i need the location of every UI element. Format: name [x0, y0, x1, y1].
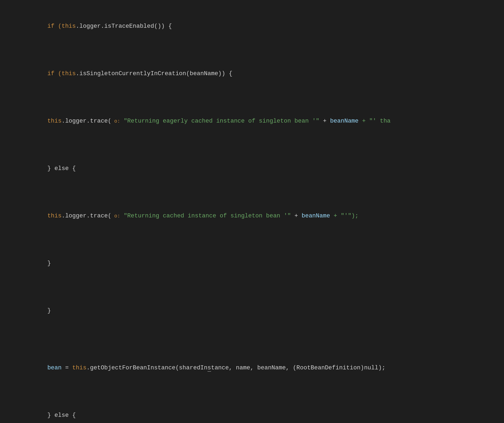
line-content: bean = this.getObjectForBeanInstance(sha…: [16, 344, 504, 392]
line-content: }: [16, 287, 504, 335]
code-line: bean = this.getObjectForBeanInstance(sha…: [0, 344, 504, 392]
line-content: }: [16, 240, 504, 287]
line-content: if (this.isSingletonCurrentlyInCreation(…: [16, 50, 504, 98]
code-line: }: [0, 240, 504, 287]
line-content: [16, 335, 504, 344]
code-line: if (this.logger.isTraceEnabled()) {: [0, 3, 504, 50]
line-content: } else {: [16, 392, 504, 423]
code-line: if (this.isSingletonCurrentlyInCreation(…: [0, 50, 504, 98]
line-content: this.logger.trace( o: "Returning cached …: [16, 192, 504, 240]
code-editor: if (this.logger.isTraceEnabled()) { if (…: [0, 0, 504, 423]
line-content: } else {: [16, 145, 504, 192]
code-line: this.logger.trace( o: "Returning eagerly…: [0, 98, 504, 145]
code-line: [0, 335, 504, 344]
line-content: this.logger.trace( o: "Returning eagerly…: [16, 98, 504, 145]
code-line: this.logger.trace( o: "Returning cached …: [0, 192, 504, 240]
line-content: if (this.logger.isTraceEnabled()) {: [16, 3, 504, 50]
code-line: } else {: [0, 145, 504, 192]
code-line: } else {: [0, 392, 504, 423]
code-line: }: [0, 287, 504, 335]
